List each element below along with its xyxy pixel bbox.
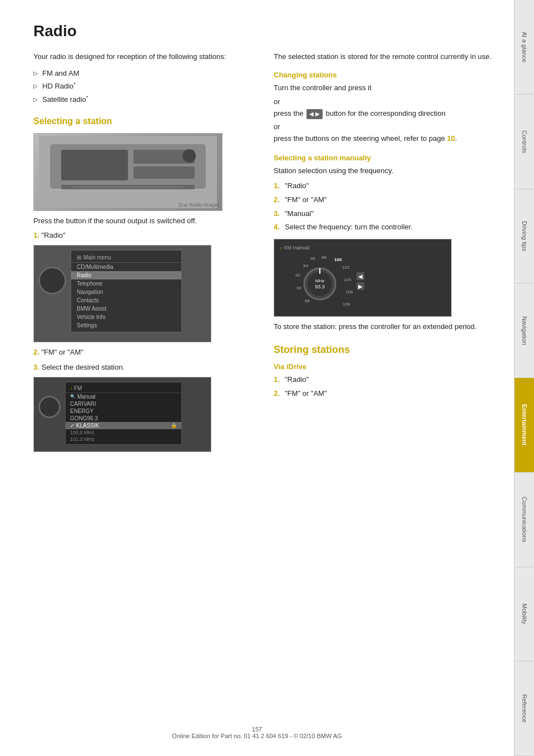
fm-dial-screenshot: ♪ FM manual 96 98 100 102 xyxy=(274,239,452,317)
or-text-2: or xyxy=(274,122,497,131)
direction-button: ◀ ▶ xyxy=(306,109,323,119)
left-column: Your radio is designed for reception of … xyxy=(33,51,257,456)
changing-stations-heading: Changing stations xyxy=(274,71,497,79)
menu-screenshot: ⊞ Main menu CD/Multimedia Radio Telephon… xyxy=(33,245,211,342)
sidebar-tab-entertainment[interactable]: Entertainment xyxy=(514,378,534,473)
store-text: To store the station: press the controll… xyxy=(274,321,497,333)
sidebar-tab-communications[interactable]: Communications xyxy=(514,473,534,567)
step3-num: 3. xyxy=(33,363,39,371)
svg-text:100: 100 xyxy=(334,257,342,262)
fm-item-gong: GONG96.3 xyxy=(66,415,181,422)
fm-list-header: FM xyxy=(74,385,82,391)
bullet-fm-am: FM and AM xyxy=(33,68,257,79)
svg-text:96: 96 xyxy=(310,256,315,261)
idrive-step-2: 2. "FM" or "AM" xyxy=(274,388,497,400)
sidebar-tab-mobility[interactable]: Mobility xyxy=(514,567,534,662)
car-radio-image xyxy=(33,133,222,211)
step2-label: 2. "FM" or "AM" xyxy=(33,347,257,359)
manual-steps: 1. "Radio" 2. "FM" or "AM" 3. "Manual" 4… xyxy=(274,180,497,233)
fm-item-manual: 🔍 Manual xyxy=(66,393,181,400)
svg-text:104: 104 xyxy=(344,277,352,282)
press-button-text: Press the button if the sound output is … xyxy=(33,215,257,227)
step1-num: 1. xyxy=(33,231,39,239)
page-number: 157 xyxy=(252,726,262,733)
selecting-manually-heading: Selecting a station manually xyxy=(274,154,497,162)
svg-rect-4 xyxy=(134,166,195,179)
sidebar-tab-driving-tips[interactable]: Driving tips xyxy=(514,189,534,284)
menu-item-bmw-assist: BMW Assist xyxy=(71,305,181,313)
svg-text:94: 94 xyxy=(303,263,308,268)
sidebar-tab-controls[interactable]: Controls xyxy=(514,95,534,189)
step1-label: 1. "Radio" xyxy=(33,230,257,242)
step3-label: 3. Select the desired station. xyxy=(33,362,257,374)
right-column: The selected station is stored for the r… xyxy=(274,51,497,456)
page-footer: 157 Online Edition for Part no. 01 41 2 … xyxy=(0,726,514,739)
or-text-1: or xyxy=(274,97,497,106)
step3-text: Select the desired station. xyxy=(41,363,125,371)
page-container: Radio Your radio is designed for recepti… xyxy=(0,0,534,756)
fm-item-energy: ENERGY xyxy=(66,408,181,415)
svg-text:108: 108 xyxy=(343,302,350,307)
sidebar-tab-reference[interactable]: Reference xyxy=(514,661,534,756)
svg-rect-2 xyxy=(61,150,128,180)
fm-freq-2: 101.3 MHz xyxy=(66,436,181,443)
selecting-station-heading: Selecting a station xyxy=(33,116,257,126)
menu-item-settings: Settings xyxy=(71,321,181,330)
bullet-hd-radio: HD Radio* xyxy=(33,81,257,92)
main-content: Radio Your radio is designed for recepti… xyxy=(0,0,514,756)
idrive-step-1: 1. "Radio" xyxy=(274,374,497,386)
menu-item-telephone: Telephone xyxy=(71,279,181,288)
bullet-satellite: Satellite radio* xyxy=(33,94,257,105)
sidebar-tab-navigation[interactable]: Navigation xyxy=(514,283,534,378)
svg-text:102: 102 xyxy=(342,265,350,270)
page-ref: 10 xyxy=(447,134,455,143)
page-title: Radio xyxy=(33,22,497,40)
footer-text: Online Edition for Part no. 01 41 2 604 … xyxy=(172,733,342,739)
svg-point-5 xyxy=(182,149,196,163)
menu-item-cd: CD/Multimedia xyxy=(71,263,181,271)
sidebar-tab-at-a-glance[interactable]: At a glance xyxy=(514,0,534,95)
svg-text:98: 98 xyxy=(322,255,327,260)
manual-step-4: 4. Select the frequency: turn the contro… xyxy=(274,222,497,233)
menu-item-navigation: Navigation xyxy=(71,288,181,296)
idrive-steps: 1. "Radio" 2. "FM" or "AM" xyxy=(274,374,497,400)
sidebar-tabs: At a glance Controls Driving tips Naviga… xyxy=(514,0,534,756)
fm-freq-1: 100.0 MHz xyxy=(66,429,181,436)
menu-item-contacts: Contacts xyxy=(71,296,181,305)
menu-item-radio: Radio xyxy=(71,271,181,279)
menu-title: Main menu xyxy=(83,254,111,261)
changing-text1: Turn the controller and press it xyxy=(274,82,497,94)
fm-item-klassik: ✓ KLASSIK🔒 xyxy=(66,422,181,429)
svg-text:MHz: MHz xyxy=(315,278,324,283)
menu-item-vehicle-info: Vehicle Info xyxy=(71,313,181,321)
step1-text: "Radio" xyxy=(41,231,65,239)
intro-text: Your radio is designed for reception of … xyxy=(33,51,257,62)
manual-step-2: 2. "FM" or "AM" xyxy=(274,194,497,206)
fm-item-carivari: CARIVARI xyxy=(66,400,181,408)
manually-text: Station selection using the frequency. xyxy=(274,165,497,177)
manual-step-3: 3. "Manual" xyxy=(274,208,497,220)
manual-step-1: 1. "Radio" xyxy=(274,180,497,192)
stored-text: The selected station is stored for the r… xyxy=(274,51,497,63)
svg-text:90: 90 xyxy=(296,286,301,291)
step2-num: 2. xyxy=(33,348,39,356)
svg-text:92: 92 xyxy=(295,273,300,278)
via-idrive-subheading: Via iDrive xyxy=(274,362,497,371)
fm-list-screenshot: ♪ FM 🔍 Manual CARIVARI ENERGY GONG96.3 ✓… xyxy=(33,377,211,452)
bullet-list: FM and AM HD Radio* Satellite radio* xyxy=(33,68,257,105)
storing-stations-heading: Storing stations xyxy=(274,344,497,356)
changing-text2: press the ◀ ▶ button for the correspondi… xyxy=(274,108,497,120)
two-column-layout: Your radio is designed for reception of … xyxy=(33,51,497,456)
step2-text: "FM" or "AM" xyxy=(41,348,83,356)
svg-text:93.3: 93.3 xyxy=(315,284,325,289)
fm-manual-title: FM manual xyxy=(284,245,309,251)
svg-rect-23 xyxy=(319,268,320,274)
svg-text:88: 88 xyxy=(305,298,310,303)
svg-text:106: 106 xyxy=(345,289,353,294)
changing-text3: press the buttons on the steering wheel,… xyxy=(274,133,497,145)
